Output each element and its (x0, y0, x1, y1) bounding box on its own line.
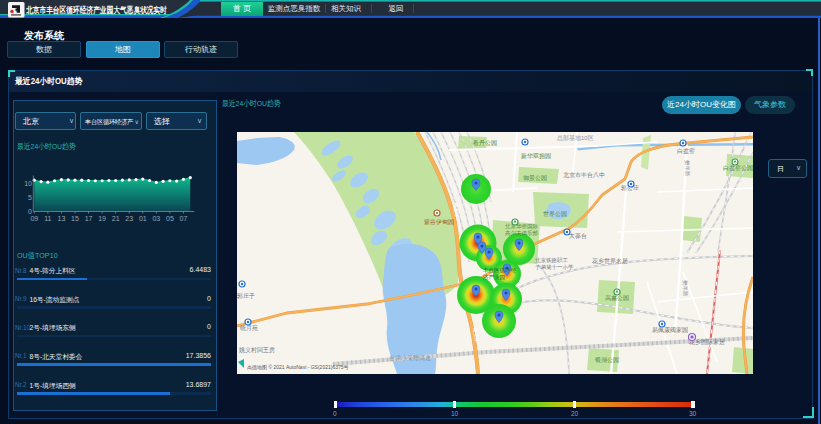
svg-text:05: 05 (166, 215, 174, 222)
svg-text:19: 19 (98, 215, 106, 222)
svg-text:10: 10 (24, 180, 32, 187)
svg-text:西五环: 西五环 (453, 203, 459, 218)
svg-text:大葆台: 大葆台 (569, 232, 587, 240)
svg-text:15: 15 (71, 215, 79, 222)
svg-text:11: 11 (44, 215, 51, 222)
svg-text:5: 5 (28, 194, 32, 201)
svg-text:世界公园: 世界公园 (543, 211, 567, 218)
svg-text:子弟第十一小学: 子弟第十一小学 (535, 264, 574, 270)
svg-text:北京市丰台八中: 北京市丰台八中 (563, 171, 605, 179)
svg-text:07: 07 (180, 215, 188, 222)
svg-text:高尔夫俱乐部: 高尔夫俱乐部 (505, 230, 539, 237)
svg-text:御景公园: 御景公园 (523, 175, 547, 182)
svg-text:丰台区循环经: 丰台区循环经 (483, 267, 517, 274)
svg-text:17: 17 (85, 215, 93, 222)
svg-text:易佩康阀家园: 易佩康阀家园 (652, 326, 688, 334)
svg-text:01: 01 (139, 215, 147, 222)
svg-text:白盆窑: 白盆窑 (677, 147, 695, 155)
svg-text:台津小朵睡高速: 台津小朵睡高速 (389, 354, 431, 362)
svg-text:03: 03 (152, 215, 160, 222)
svg-text:高德地图 © 2021 AutoNavi - GS(2021: 高德地图 © 2021 AutoNavi - GS(2021)6375号 (247, 364, 349, 371)
svg-text:郭庄子: 郭庄子 (237, 292, 255, 300)
svg-text:09: 09 (30, 215, 38, 222)
svg-text:看丹公园: 看丹公园 (472, 139, 497, 147)
svg-text:21: 21 (112, 215, 120, 222)
svg-text:23: 23 (125, 215, 133, 222)
svg-text:新华双拥园: 新华双拥园 (521, 152, 551, 160)
svg-text:13: 13 (58, 215, 66, 222)
svg-text:银湖公园: 银湖公园 (594, 356, 619, 364)
svg-text:北京铁路职工: 北京铁路职工 (534, 257, 569, 264)
svg-text:总部基地10区: 总部基地10区 (556, 134, 594, 142)
svg-text:紫谷伊甸园: 紫谷伊甸园 (423, 218, 454, 226)
svg-text:晓月苑: 晓月苑 (240, 325, 258, 332)
svg-text:花乡世界名居: 花乡世界名居 (592, 258, 628, 265)
svg-text:北京华侨国际: 北京华侨国际 (504, 223, 539, 230)
svg-text:济产业园: 济产业园 (483, 274, 505, 281)
svg-text:樊羊路: 樊羊路 (682, 280, 689, 297)
svg-text:白盆窑公园: 白盆窑公园 (723, 164, 753, 172)
svg-text:樊羊路: 樊羊路 (684, 160, 691, 177)
svg-text:姚义村回王房: 姚义村回王房 (239, 346, 275, 354)
